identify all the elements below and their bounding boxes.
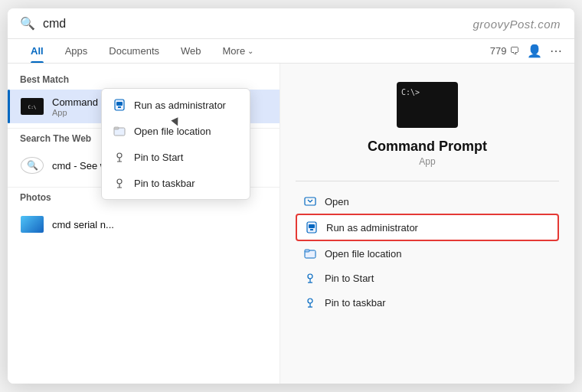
pin-taskbar-icon-rp bbox=[303, 296, 317, 309]
pin-start-icon-rp bbox=[303, 271, 317, 285]
rp-action-pin-taskbar-label: Pin to taskbar bbox=[325, 297, 386, 309]
app-icon-large bbox=[397, 82, 458, 128]
web-search-icon: 🔍 bbox=[20, 153, 44, 178]
search-icon: 🔍 bbox=[20, 16, 35, 31]
svg-rect-4 bbox=[114, 127, 119, 129]
photos-icon bbox=[20, 212, 44, 237]
rp-action-open[interactable]: Open bbox=[296, 189, 559, 214]
context-menu: Run as administrator Open file location bbox=[101, 88, 250, 200]
tab-documents[interactable]: Documents bbox=[98, 39, 170, 63]
svg-point-5 bbox=[117, 153, 122, 158]
shield-icon-rp bbox=[305, 220, 319, 234]
open-icon bbox=[303, 194, 317, 208]
notification-count[interactable]: 779 🗨 bbox=[490, 45, 519, 57]
rp-divider bbox=[296, 181, 559, 181]
svg-point-8 bbox=[117, 179, 122, 184]
chevron-down-icon: ⌄ bbox=[247, 47, 253, 55]
ctx-open-file-location-label: Open file location bbox=[134, 126, 211, 137]
svg-point-20 bbox=[308, 299, 312, 303]
ctx-run-as-admin-label: Run as administrator bbox=[134, 100, 226, 111]
rp-app-title: Command Prompt bbox=[368, 139, 487, 155]
rp-action-run-as-admin-label: Run as administrator bbox=[326, 222, 418, 234]
tab-apps[interactable]: Apps bbox=[54, 39, 99, 63]
nav-right: 779 🗨 👤 ⋯ bbox=[490, 44, 562, 58]
svg-rect-14 bbox=[310, 229, 313, 230]
folder-icon bbox=[113, 124, 126, 138]
tab-all[interactable]: All bbox=[20, 39, 54, 63]
right-panel: Command Prompt App Open bbox=[280, 64, 574, 384]
ctx-open-file-location[interactable]: Open file location bbox=[102, 118, 250, 144]
pin-taskbar-icon bbox=[113, 176, 126, 190]
ctx-pin-to-start-label: Pin to Start bbox=[134, 152, 183, 163]
more-icon[interactable]: ⋯ bbox=[550, 44, 562, 58]
result-photos-title: cmd serial n... bbox=[52, 219, 114, 230]
tab-web[interactable]: Web bbox=[170, 39, 212, 63]
rp-action-file-location-label: Open file location bbox=[325, 248, 401, 260]
result-photos-text: cmd serial n... bbox=[52, 219, 114, 230]
rp-action-file-location[interactable]: Open file location bbox=[296, 241, 559, 266]
tab-more[interactable]: More ⌄ bbox=[212, 39, 265, 63]
svg-rect-2 bbox=[118, 106, 121, 108]
rp-action-run-as-admin[interactable]: Run as administrator bbox=[296, 214, 559, 241]
svg-rect-1 bbox=[116, 102, 123, 106]
ctx-run-as-admin[interactable]: Run as administrator bbox=[102, 92, 250, 118]
rp-action-open-label: Open bbox=[325, 196, 349, 207]
search-window: groovyPost.com 🔍 All Apps Documents Web … bbox=[8, 8, 574, 384]
pin-start-icon bbox=[113, 150, 126, 164]
rp-action-pin-taskbar[interactable]: Pin to taskbar bbox=[296, 290, 559, 315]
main-content: Best match Command Prompt App Search the… bbox=[8, 64, 574, 384]
svg-rect-13 bbox=[309, 224, 315, 228]
result-photos[interactable]: cmd serial n... bbox=[8, 207, 280, 241]
selected-indicator bbox=[8, 90, 10, 123]
branding-text: groovyPost.com bbox=[472, 18, 561, 31]
rp-action-pin-start-label: Pin to Start bbox=[325, 273, 374, 284]
nav-tabs: All Apps Documents Web More ⌄ 779 🗨 👤 ⋯ bbox=[8, 39, 574, 64]
rp-app-subtitle: App bbox=[419, 156, 435, 167]
ctx-pin-to-start[interactable]: Pin to Start bbox=[102, 144, 250, 170]
svg-rect-11 bbox=[305, 198, 316, 205]
section-best-match-label: Best match bbox=[8, 74, 280, 90]
ctx-pin-to-taskbar[interactable]: Pin to taskbar bbox=[102, 170, 250, 196]
left-panel: Best match Command Prompt App Search the… bbox=[8, 64, 280, 384]
svg-point-17 bbox=[308, 274, 312, 279]
cmd-icon bbox=[20, 94, 44, 119]
ctx-pin-to-taskbar-label: Pin to taskbar bbox=[134, 178, 195, 189]
people-icon[interactable]: 👤 bbox=[527, 44, 542, 58]
shield-icon bbox=[113, 98, 126, 112]
rp-action-pin-start[interactable]: Pin to Start bbox=[296, 266, 559, 290]
svg-rect-16 bbox=[305, 250, 309, 252]
folder-icon-rp bbox=[303, 247, 317, 260]
